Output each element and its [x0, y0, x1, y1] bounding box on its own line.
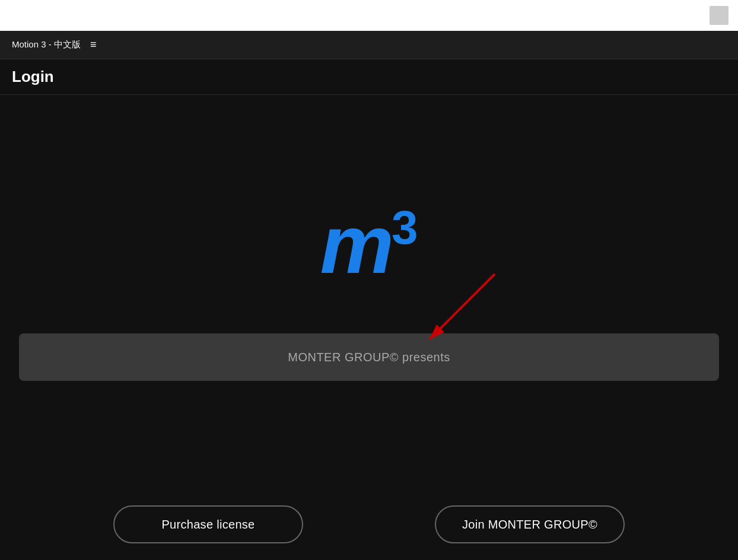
purchase-license-button[interactable]: Purchase license	[113, 505, 303, 543]
arrow-annotation	[394, 262, 513, 357]
nav-bar: Motion 3 - 中文版 ≡	[0, 31, 738, 59]
login-title: Login	[12, 68, 54, 86]
presents-banner: MONTER GROUP© presents	[19, 333, 719, 381]
logo-container: m 3	[320, 203, 418, 286]
logo-m: m	[320, 203, 392, 286]
nav-title: Motion 3 - 中文版	[12, 39, 81, 50]
login-header: Login	[0, 59, 738, 95]
join-monter-group-button[interactable]: Join MONTER GROUP©	[435, 505, 625, 543]
top-bar	[0, 0, 738, 31]
hamburger-icon[interactable]: ≡	[90, 39, 97, 51]
top-bar-button[interactable]	[710, 6, 729, 25]
bottom-bar: Purchase license Join MONTER GROUP©	[0, 489, 738, 560]
logo-exponent: 3	[392, 209, 418, 247]
main-content: m 3 MONTER GROUP© presents	[0, 95, 738, 489]
